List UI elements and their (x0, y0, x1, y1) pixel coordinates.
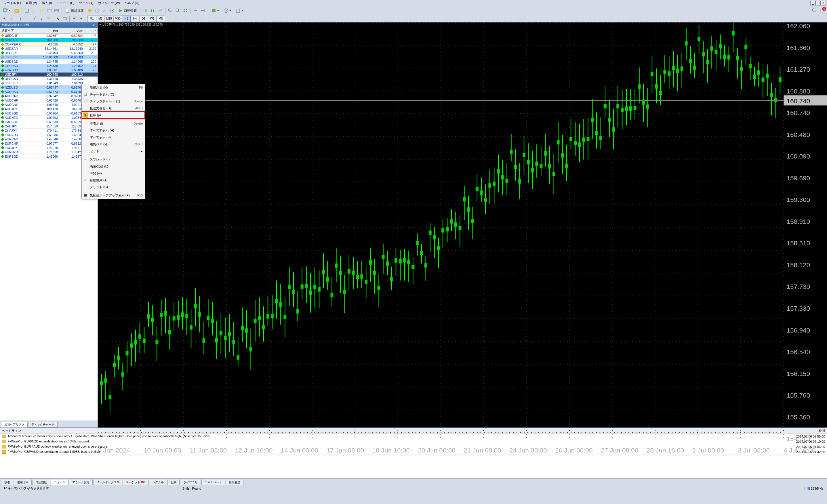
shift2-button[interactable] (199, 7, 206, 14)
arrow-up-tool[interactable] (71, 15, 78, 22)
zoomin-button[interactable] (167, 7, 174, 14)
search-button[interactable] (811, 7, 818, 14)
channel-tool[interactable]: ≡ (38, 15, 45, 22)
win-close[interactable]: × (821, 1, 826, 5)
ctx-chart-view[interactable]: 📊チャート表示 (C) (82, 91, 145, 98)
navigator-button[interactable] (38, 7, 45, 14)
tab-history[interactable]: 口座履歴 (32, 480, 50, 485)
ctx-hide[interactable]: 非表示 (i)Delete (82, 120, 145, 127)
bars-button[interactable] (142, 7, 149, 14)
mw-tab-pairlist[interactable]: 通貨ペアリスト (1, 422, 28, 427)
tab-ophist[interactable]: 操作履歴 (226, 480, 243, 485)
terminal-button[interactable] (46, 7, 53, 14)
mw-row-USDZAR[interactable]: USDZAR18.1476118.179403179 (0, 47, 98, 51)
timeframe-W1[interactable]: W1 (148, 15, 156, 22)
tab-library[interactable]: ライブラリ (180, 480, 201, 485)
mw-row-USDBRL[interactable]: USDBRL5.481035.48368265 (0, 51, 98, 55)
mw-row-GBPUSD[interactable]: GBPUSD1.281381.2816224 (0, 64, 98, 68)
profiles-button[interactable] (13, 7, 20, 14)
mw-row-EURUSD[interactable]: EURUSD1.083811.0840625 (0, 68, 98, 72)
ctx-grid[interactable]: グリッド (G) (82, 184, 145, 191)
mw-close-icon[interactable]: × (92, 23, 96, 27)
chart-menu-icon[interactable] (99, 24, 101, 25)
strategy-button[interactable] (53, 7, 60, 14)
hline-tool[interactable]: — (25, 15, 31, 22)
menu-window[interactable]: ウィンドウ (W) (96, 0, 122, 6)
mw-row-USDUSC[interactable]: USDUSC100.00000100.000000 (0, 55, 98, 59)
autotrade-button[interactable]: 自動売買 (116, 7, 139, 14)
vline-tool[interactable]: | (17, 15, 24, 22)
trendline-tool[interactable]: ╱ (31, 15, 38, 22)
mw-row-USDSGD[interactable]: USDSGD1.347451.34965220 (0, 59, 98, 64)
new-chart-button[interactable]: ▾ (1, 7, 13, 14)
candles-button[interactable] (149, 7, 156, 14)
mw-row-SPI200.r[interactable]: SPI200.r7828.807832.80400 (0, 38, 98, 42)
datawindow-button[interactable] (31, 7, 38, 14)
timeframe-H1[interactable]: H1 (122, 15, 131, 22)
line-button[interactable] (157, 7, 164, 14)
ctx-hide-all[interactable]: すべて非表示 (H) (82, 127, 145, 134)
timeframe-M15[interactable]: M15 (105, 15, 113, 22)
tab-trade[interactable]: 取引 (1, 480, 13, 485)
timeframe-H4[interactable]: H4 (131, 15, 139, 22)
chart-pane[interactable]: USDJPY,H1 160.764 160.831 160.728 160.74… (98, 22, 827, 427)
mw-col-bid[interactable]: Bid (34, 28, 59, 34)
timeframe-MN[interactable]: MN (156, 15, 165, 22)
ctx-spread[interactable]: ✓スプレッド (r) (82, 156, 145, 163)
tab-alarm[interactable]: アラーム設定 (69, 480, 93, 485)
timeframe-M30[interactable]: M30 (113, 15, 122, 22)
mw-row-USDCHF[interactable]: USDCHF0.895570.8960447 (0, 34, 98, 38)
ctx-pairs[interactable]: 通貨ペア (y)Ctrl+U (82, 141, 145, 148)
menu-insert[interactable]: 挿入 (I) (39, 0, 54, 6)
shift-button[interactable] (192, 7, 199, 14)
tab-ratio[interactable]: 運用比率 (14, 480, 32, 485)
mw-row-USDJPY[interactable]: USDJPY160.740160.813 (0, 72, 98, 77)
win-restore[interactable]: ❐ (816, 1, 821, 5)
label-tool[interactable] (61, 15, 68, 22)
tab-market[interactable]: マーケット106 (123, 480, 149, 485)
menu-help[interactable]: ヘルプ (H) (122, 0, 142, 6)
mw-col-pair[interactable]: 通貨ペア (0, 28, 34, 34)
ctx-tick-chart[interactable]: 📈ティックチャート (T)Space (82, 98, 145, 105)
meta-icon[interactable] (86, 7, 93, 14)
timeframe-M5[interactable]: M5 (96, 15, 105, 22)
ctx-auto-arrange[interactable]: ✓自動整列 (A) (82, 177, 145, 184)
timeframe-D1[interactable]: D1 (139, 15, 148, 22)
tab-article[interactable]: 記事 (167, 480, 180, 485)
fibo-tool[interactable] (45, 15, 51, 22)
indicators-button[interactable]: ▾ (209, 7, 221, 14)
ctx-new-order[interactable]: 📄新規注文 (N)F9 (82, 84, 145, 91)
menu-chart[interactable]: チャート (C) (54, 0, 77, 6)
timeframe-M1[interactable]: M1 (88, 15, 96, 22)
menu-view[interactable]: 表示 (V) (23, 0, 39, 6)
mw-col-exc[interactable]: ! (84, 28, 98, 34)
autoscroll-button[interactable] (182, 7, 189, 14)
ctx-order-screen[interactable]: 板注文画面 (D)Alt+B (82, 105, 145, 112)
tab-news[interactable]: ニュース (51, 480, 68, 485)
tab-expert[interactable]: エキスパート (201, 480, 225, 485)
ctx-show-all[interactable]: すべて表示 (S) (82, 134, 145, 141)
marketwatch-button[interactable] (23, 7, 30, 14)
signal-button[interactable] (101, 7, 108, 14)
text-tool[interactable]: A (55, 15, 61, 22)
expert-button[interactable] (94, 7, 101, 14)
mw-tab-tickchart[interactable]: ティックチャート (28, 422, 57, 427)
tab-mailbox[interactable]: メールボックス9 (93, 480, 122, 485)
periods-button[interactable]: ▾ (222, 7, 233, 14)
vps-button[interactable] (109, 7, 116, 14)
mw-col-ask[interactable]: Ask (59, 28, 84, 34)
mw-row-COPPER-Cr[interactable]: COPPER-Cr4.65254.655227 (0, 42, 98, 47)
notification-button[interactable] (819, 7, 826, 14)
new-order-button[interactable]: 新規注文 (63, 7, 86, 14)
ctx-popup[interactable]: ⊞気配値ポップアップ表示 (P)F10 (82, 192, 145, 199)
cursor-tool[interactable]: ↖ (1, 15, 7, 22)
ctx-spec[interactable]: $仕様 (p) (82, 112, 145, 118)
arrow-down-tool[interactable]: ▾ (78, 15, 84, 22)
templates-button[interactable]: ▾ (234, 7, 245, 14)
tab-signal[interactable]: シグナル (149, 480, 167, 485)
menu-tool[interactable]: ツール (T) (77, 0, 96, 6)
win-minimize[interactable]: _ (810, 1, 816, 5)
ctx-highlow[interactable]: 高値/安値 (L) (82, 163, 145, 170)
ctx-time[interactable]: 時間 (m) (82, 170, 145, 177)
mw-row-USDCAD[interactable]: USDCAD1.364101.36435 (0, 77, 98, 81)
